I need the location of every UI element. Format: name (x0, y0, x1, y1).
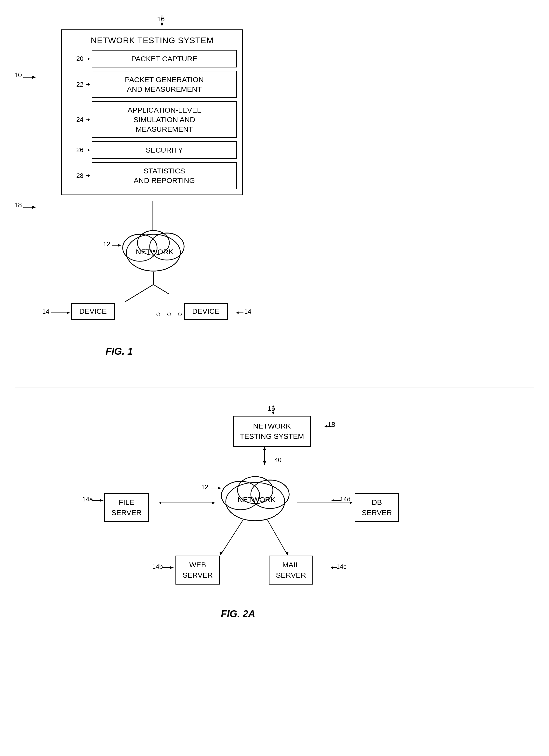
arrow-20 (86, 57, 90, 61)
svg-marker-9 (88, 83, 90, 86)
svg-marker-5 (32, 206, 36, 209)
module-row-app-level: 24 APPLICATION-LEVELSIMULATION ANDMEASUR… (67, 101, 237, 138)
svg-marker-67 (350, 502, 353, 504)
page: 16 10 18 NETWORK TESTING SYSTEM 20 PACKE… (0, 0, 549, 756)
svg-marker-62 (159, 502, 161, 504)
arrow-22 (86, 82, 90, 87)
ref-12-fig1: 12 (103, 240, 110, 248)
network-label-fig2a: NETWORK (232, 495, 281, 504)
svg-line-32 (125, 285, 153, 302)
arrow-12-fig2a (209, 484, 223, 492)
svg-line-69 (267, 520, 287, 554)
arrow-18-fig1 (22, 202, 38, 212)
arrow-26 (86, 148, 90, 152)
svg-marker-1 (161, 23, 163, 26)
ref-40: 40 (274, 456, 282, 464)
network-cloud-fig2a (213, 466, 297, 522)
db-server-box: DBSERVER (355, 493, 399, 522)
divider (15, 388, 534, 388)
ref-20: 20 (67, 55, 83, 63)
nts-box-fig2a: NETWORKTESTING SYSTEM (233, 416, 311, 447)
arrow-16-fig2a (269, 404, 279, 416)
nts-title: NETWORK TESTING SYSTEM (67, 36, 237, 45)
svg-marker-75 (331, 566, 333, 569)
svg-marker-13 (88, 149, 90, 151)
lines-cloud-devices (118, 272, 169, 304)
svg-marker-41 (325, 425, 328, 428)
arrow-16-fig1 (158, 13, 173, 27)
device-right: DEVICE (184, 303, 228, 320)
module-row-packet-gen: 22 PACKET GENERATIONAND MEASUREMENT (67, 71, 237, 98)
network-label-fig1: NETWORK (130, 248, 179, 256)
svg-marker-39 (272, 412, 274, 415)
module-app-level: APPLICATION-LEVELSIMULATION ANDMEASUREME… (92, 101, 237, 138)
ref-22: 22 (67, 81, 83, 88)
arrow-14-right (235, 309, 245, 316)
module-security: SECURITY (92, 141, 237, 159)
svg-line-33 (153, 285, 169, 302)
arrow-14a (91, 497, 105, 504)
ref-10: 10 (14, 71, 22, 79)
svg-line-68 (221, 520, 243, 554)
arrow-10 (22, 72, 38, 82)
svg-marker-30 (118, 244, 121, 247)
svg-marker-71 (286, 552, 289, 556)
mail-server-box: MAILSERVER (269, 556, 313, 585)
module-row-stats: 28 STATISTICSAND REPORTING (67, 162, 237, 189)
arrow-network-dbserver (296, 499, 355, 507)
arrow-18-fig2a (324, 422, 334, 430)
module-stats: STATISTICSAND REPORTING (92, 162, 237, 189)
svg-marker-7 (88, 58, 90, 60)
arrow-14-left (50, 309, 73, 316)
ref-18-fig1: 18 (14, 201, 22, 209)
svg-marker-15 (88, 174, 90, 177)
dots-devices: ○ ○ ○ (156, 310, 184, 319)
fig2a-caption: FIG. 2A (221, 608, 255, 619)
ref-24: 24 (67, 116, 83, 123)
svg-marker-37 (236, 312, 238, 314)
module-row-security: 26 SECURITY (67, 141, 237, 159)
arrow-24 (86, 117, 90, 122)
module-packet-gen: PACKET GENERATIONAND MEASUREMENT (92, 71, 237, 98)
arrow-14c (330, 564, 339, 571)
svg-marker-63 (212, 502, 215, 504)
module-row-packet-capture: 20 PACKET CAPTURE (67, 50, 237, 67)
svg-marker-58 (218, 487, 221, 489)
web-server-box: WEBSERVER (175, 556, 220, 585)
svg-marker-43 (263, 461, 266, 465)
svg-marker-70 (219, 552, 222, 556)
ref-12-fig2a: 12 (201, 483, 208, 491)
module-packet-capture: PACKET CAPTURE (92, 50, 237, 67)
fig1-caption: FIG. 1 (105, 346, 133, 357)
svg-marker-44 (263, 447, 266, 450)
svg-marker-73 (170, 566, 174, 569)
file-server-box: FILESERVER (104, 493, 149, 522)
device-left: DEVICE (71, 303, 115, 320)
arrow-fileserver-network (158, 499, 217, 507)
svg-marker-60 (100, 499, 104, 502)
arrow-12-fig1 (111, 242, 123, 249)
svg-marker-11 (88, 118, 90, 121)
arrow-28 (86, 173, 90, 178)
ref-14-left: 14 (42, 308, 49, 315)
ref-26: 26 (67, 146, 83, 154)
svg-marker-35 (67, 312, 70, 314)
arrow-14b (161, 564, 176, 571)
svg-marker-3 (32, 76, 36, 79)
nts-box: NETWORK TESTING SYSTEM 20 PACKET CAPTURE… (61, 29, 243, 195)
ref-28: 28 (67, 172, 83, 180)
